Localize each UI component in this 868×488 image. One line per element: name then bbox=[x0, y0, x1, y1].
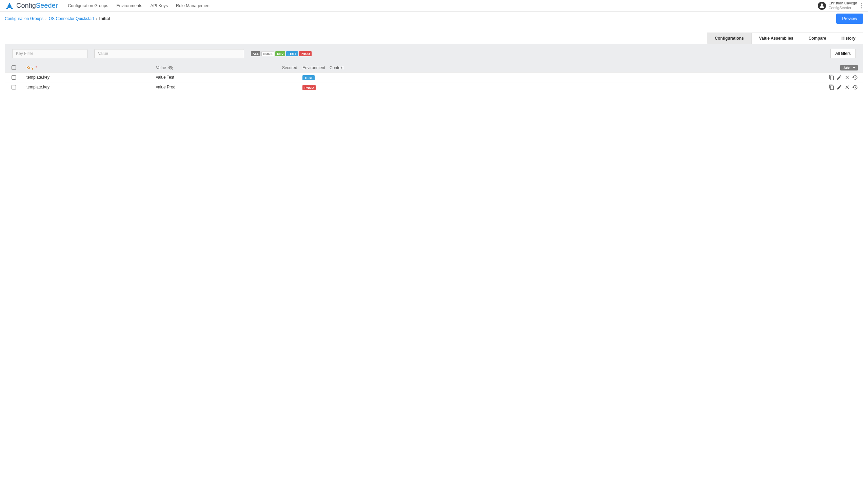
avatar[interactable] bbox=[818, 2, 826, 10]
th-actions: Add bbox=[843, 65, 863, 70]
th-context[interactable]: Context bbox=[330, 65, 843, 70]
th-environment[interactable]: Environment bbox=[302, 65, 330, 70]
app-header: ConfigSeeder Configuration Groups Enviro… bbox=[0, 0, 868, 12]
value-filter-input[interactable] bbox=[94, 49, 244, 58]
th-secured[interactable]: Secured bbox=[282, 65, 302, 70]
copy-icon[interactable] bbox=[829, 84, 834, 90]
table-body: template.key value Test TEST template.ke… bbox=[5, 73, 863, 279]
required-marker: * bbox=[36, 65, 37, 70]
tab-value-assemblies[interactable]: Value Assemblies bbox=[752, 33, 801, 44]
history-icon[interactable] bbox=[852, 75, 858, 80]
logo-text-1: Config bbox=[16, 2, 36, 9]
env-badge: TEST bbox=[302, 75, 315, 80]
subheader: Configuration Groups › OS Connector Quic… bbox=[0, 12, 868, 26]
th-key[interactable]: Key* bbox=[26, 65, 156, 70]
key-filter-input[interactable] bbox=[12, 49, 87, 58]
tabs-row: Configurations Value Assemblies Compare … bbox=[0, 33, 868, 44]
logo-icon bbox=[5, 2, 14, 9]
more-dots-icon[interactable] bbox=[860, 3, 863, 8]
svg-point-2 bbox=[861, 5, 862, 6]
user-org: ConfigSeeder bbox=[829, 6, 857, 10]
chevron-right-icon: › bbox=[96, 17, 97, 21]
breadcrumb-l1[interactable]: Configuration Groups bbox=[5, 16, 43, 21]
history-icon[interactable] bbox=[852, 84, 858, 90]
add-button[interactable]: Add bbox=[840, 65, 858, 70]
user-info: Christian Cavegn ConfigSeeder bbox=[829, 1, 857, 10]
cell-key: template.key bbox=[26, 75, 156, 80]
row-actions bbox=[826, 75, 863, 80]
select-all-checkbox[interactable] bbox=[12, 65, 16, 70]
all-filters-button[interactable]: All filters bbox=[830, 49, 856, 58]
chip-prod[interactable]: PROD bbox=[299, 51, 312, 56]
svg-point-1 bbox=[861, 3, 862, 4]
nav-config-groups[interactable]: Configuration Groups bbox=[68, 3, 108, 8]
copy-icon[interactable] bbox=[829, 75, 834, 80]
row-actions bbox=[826, 84, 863, 90]
table-row: template.key value Prod PROD bbox=[5, 82, 863, 92]
tab-configurations[interactable]: Configurations bbox=[707, 33, 751, 44]
breadcrumb-current: Initial bbox=[99, 16, 110, 21]
main-panel: ALL NONE DEV TEST PROD All filters Key* … bbox=[5, 44, 863, 279]
logo[interactable]: ConfigSeeder bbox=[5, 2, 58, 9]
user-icon bbox=[818, 2, 825, 9]
nav-role-management[interactable]: Role Management bbox=[176, 3, 211, 8]
edit-icon[interactable] bbox=[836, 75, 842, 80]
close-icon[interactable] bbox=[844, 84, 850, 90]
cell-key: template.key bbox=[26, 85, 156, 89]
chevron-right-icon: › bbox=[45, 17, 47, 21]
edit-icon[interactable] bbox=[836, 84, 842, 90]
env-badge: PROD bbox=[302, 85, 316, 90]
th-checkbox bbox=[12, 65, 26, 70]
user-name: Christian Cavegn bbox=[829, 1, 857, 5]
tabs: Configurations Value Assemblies Compare … bbox=[707, 33, 863, 44]
nav-environments[interactable]: Environments bbox=[116, 3, 142, 8]
preview-button[interactable]: Preview bbox=[836, 14, 863, 24]
table-header: Key* Value Secured Environment Context A… bbox=[5, 63, 863, 73]
cell-env: PROD bbox=[302, 85, 330, 90]
logo-text-2: Seeder bbox=[36, 2, 58, 9]
chip-none[interactable]: NONE bbox=[261, 51, 274, 56]
chip-test[interactable]: TEST bbox=[286, 51, 298, 56]
nav-api-keys[interactable]: API Keys bbox=[151, 3, 168, 8]
main-nav: Configuration Groups Environments API Ke… bbox=[68, 3, 211, 8]
tab-compare[interactable]: Compare bbox=[801, 33, 834, 44]
breadcrumb-l2[interactable]: OS Connector Quickstart bbox=[49, 16, 94, 21]
svg-point-3 bbox=[861, 7, 862, 8]
cell-value: value Test bbox=[156, 75, 282, 80]
chip-dev[interactable]: DEV bbox=[275, 51, 285, 56]
tab-history[interactable]: History bbox=[834, 33, 863, 44]
table-row: template.key value Test TEST bbox=[5, 73, 863, 82]
chevron-down-icon bbox=[852, 66, 856, 69]
row-checkbox[interactable] bbox=[12, 85, 16, 89]
th-value[interactable]: Value bbox=[156, 65, 282, 70]
filters-row: ALL NONE DEV TEST PROD All filters bbox=[5, 44, 863, 63]
svg-point-0 bbox=[821, 3, 823, 6]
header-right: Christian Cavegn ConfigSeeder bbox=[818, 1, 863, 10]
chip-all[interactable]: ALL bbox=[251, 51, 260, 56]
breadcrumb: Configuration Groups › OS Connector Quic… bbox=[5, 16, 110, 21]
cell-env: TEST bbox=[302, 75, 330, 80]
env-chips: ALL NONE DEV TEST PROD bbox=[251, 51, 312, 56]
eye-off-icon[interactable] bbox=[168, 65, 173, 70]
row-checkbox[interactable] bbox=[12, 75, 16, 80]
cell-value: value Prod bbox=[156, 85, 282, 89]
close-icon[interactable] bbox=[844, 75, 850, 80]
